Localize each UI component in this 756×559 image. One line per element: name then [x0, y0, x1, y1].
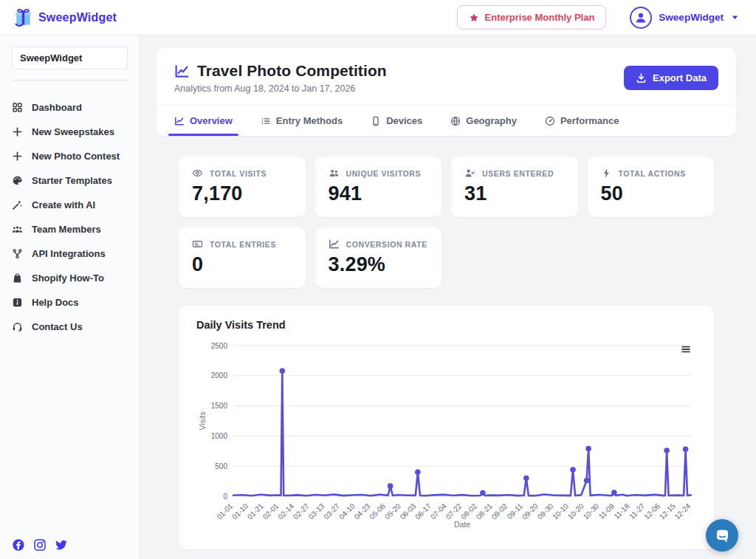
sidebar-item-label: Shopify How-To: [32, 272, 104, 284]
workspace-input[interactable]: [12, 47, 128, 69]
chart-menu-icon[interactable]: [680, 343, 692, 355]
svg-text:04-23: 04-23: [353, 501, 372, 521]
chat-bubble-icon: [714, 527, 731, 544]
analytics-date-range: Analytics from Aug 18, 2024 to Jan 17, 2…: [174, 83, 387, 94]
tab-performance[interactable]: Performance: [545, 106, 619, 136]
stat-card-total-visits: TOTAL VISITS 7,170: [179, 157, 306, 217]
person-icon: [634, 11, 647, 24]
chart-title: Daily Visits Trend: [196, 319, 696, 331]
svg-text:09-11: 09-11: [506, 501, 525, 521]
svg-text:11-18: 11-18: [612, 501, 631, 521]
tab-entry-methods[interactable]: Entry Methods: [261, 106, 343, 136]
wand-icon: [12, 199, 23, 210]
tab-label: Overview: [190, 115, 233, 126]
line-chart-icon: [174, 64, 190, 79]
svg-text:Date: Date: [454, 520, 470, 529]
stat-label: TOTAL ACTIONS: [619, 169, 686, 178]
sidebar-item-contact-us[interactable]: Contact Us: [12, 315, 128, 339]
brand-logo[interactable]: SweepWidget: [13, 7, 117, 27]
svg-text:01-10: 01-10: [230, 501, 250, 521]
svg-text:04-10: 04-10: [337, 501, 357, 521]
main-content: Travel Photo Competition Analytics from …: [140, 35, 756, 559]
sidebar-item-label: New Photo Contest: [32, 151, 120, 162]
sidebar-item-api-integrations[interactable]: API Integrations: [12, 241, 128, 266]
sidebar-item-new-sweepstakes[interactable]: New Sweepstakes: [12, 120, 128, 144]
line-chart: 0500100015002000250001-0101-1001-2102-01…: [196, 340, 696, 533]
sidebar-item-create-with-ai[interactable]: Create with AI: [12, 193, 128, 217]
list-icon: [261, 116, 271, 126]
stat-value: 941: [329, 182, 429, 205]
chat-widget-button[interactable]: [706, 519, 738, 552]
header-card: Travel Photo Competition Analytics from …: [157, 48, 736, 136]
sidebar-item-dashboard[interactable]: Dashboard: [12, 95, 128, 120]
svg-text:09-20: 09-20: [520, 501, 540, 521]
svg-text:07-04: 07-04: [429, 501, 448, 521]
users-icon: [329, 168, 340, 179]
tab-label: Entry Methods: [276, 115, 343, 126]
chart-icon: [174, 116, 185, 126]
instagram-icon[interactable]: [33, 538, 47, 552]
svg-text:01-21: 01-21: [246, 501, 265, 521]
sidebar-item-new-photo-contest[interactable]: New Photo Contest: [12, 144, 128, 168]
svg-text:09-02: 09-02: [490, 501, 509, 521]
tab-geography[interactable]: Geography: [450, 106, 517, 136]
download-icon: [636, 72, 647, 83]
sidebar-item-label: Dashboard: [32, 102, 82, 113]
svg-text:10-20: 10-20: [566, 501, 585, 521]
stat-label: USERS ENTERED: [482, 169, 554, 178]
svg-text:03-27: 03-27: [322, 501, 341, 521]
social-links: [12, 538, 68, 552]
svg-text:11-27: 11-27: [628, 501, 647, 521]
top-navbar: SweepWidget Enterprise Monthly Plan Swee…: [0, 0, 756, 35]
sweepwidget-app: SweepWidget Enterprise Monthly Plan Swee…: [0, 0, 756, 559]
stats-grid: TOTAL VISITS 7,170 UNIQUE VISITORS 941: [179, 157, 714, 288]
facebook-icon[interactable]: [12, 538, 25, 552]
topbar-right: Enterprise Monthly Plan SweepWidget: [457, 5, 740, 30]
svg-text:0: 0: [223, 493, 227, 501]
tab-overview[interactable]: Overview: [174, 106, 233, 136]
plan-button[interactable]: Enterprise Monthly Plan: [457, 5, 607, 30]
svg-text:12-06: 12-06: [642, 501, 662, 521]
page-title: Travel Photo Competition: [197, 62, 387, 80]
sidebar-item-starter-templates[interactable]: Starter Templates: [12, 168, 128, 193]
sidebar-item-team-members[interactable]: Team Members: [12, 217, 128, 241]
sidebar-item-help-docs[interactable]: Help Docs: [12, 290, 128, 315]
sidebar-item-shopify-how-to[interactable]: Shopify How-To: [12, 266, 128, 290]
chevron-down-icon: [730, 13, 740, 22]
svg-text:1500: 1500: [211, 402, 228, 410]
analytics-tabs: Overview Entry Methods Devices Geography: [157, 105, 736, 136]
svg-text:06-03: 06-03: [399, 501, 418, 521]
stat-value: 0: [192, 253, 292, 276]
header-card-top: Travel Photo Competition Analytics from …: [157, 48, 736, 105]
tab-label: Performance: [560, 115, 619, 126]
svg-text:Visits: Visits: [198, 412, 207, 431]
user-menu[interactable]: SweepWidget: [630, 7, 740, 29]
stat-label: TOTAL VISITS: [210, 169, 267, 178]
eye-icon: [192, 168, 203, 179]
svg-text:10-10: 10-10: [551, 501, 570, 521]
daily-visits-trend-card: Daily Visits Trend 050010001500200025000…: [179, 306, 714, 549]
bag-icon: [12, 272, 23, 284]
tab-devices[interactable]: Devices: [371, 106, 422, 136]
svg-text:01-01: 01-01: [216, 501, 235, 521]
svg-text:08-02: 08-02: [459, 501, 478, 521]
stat-label: TOTAL ENTRIES: [210, 240, 276, 249]
grid-icon: [12, 102, 23, 113]
svg-text:02-01: 02-01: [261, 501, 281, 521]
twitter-icon[interactable]: [55, 538, 68, 552]
svg-text:02-27: 02-27: [292, 501, 311, 521]
svg-text:03-13: 03-13: [307, 501, 326, 521]
headset-icon: [12, 321, 23, 332]
bolt-icon: [601, 168, 612, 179]
team-icon: [12, 224, 23, 235]
svg-text:12-15: 12-15: [658, 501, 677, 521]
stat-card-total-entries: TOTAL ENTRIES 0: [179, 227, 306, 288]
export-data-button[interactable]: Export Data: [624, 66, 718, 90]
shell: Dashboard New Sweepstakes New Photo Cont…: [0, 35, 756, 559]
branch-icon: [12, 248, 23, 259]
stat-card-unique-visitors: UNIQUE VISITORS 941: [315, 157, 442, 217]
daily-visits-chart: 0500100015002000250001-0101-1001-2102-01…: [196, 340, 696, 536]
export-data-label: Export Data: [653, 72, 707, 83]
svg-text:05-20: 05-20: [383, 501, 402, 521]
svg-text:05-06: 05-06: [368, 501, 387, 521]
